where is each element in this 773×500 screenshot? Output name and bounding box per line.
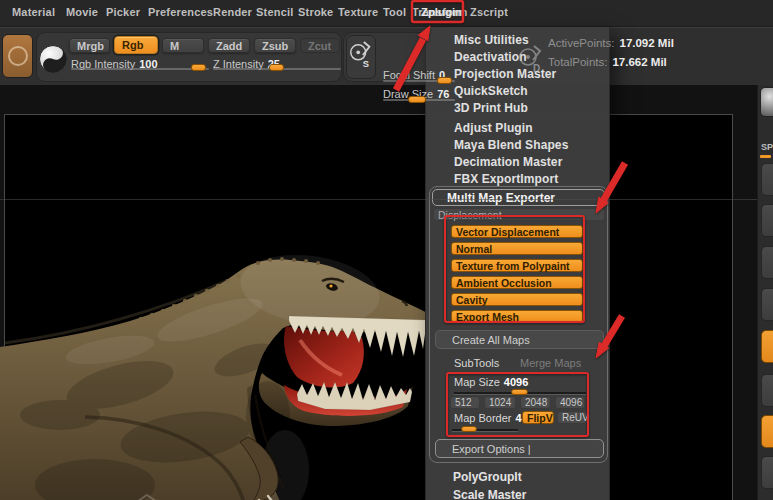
svg-text:S: S xyxy=(363,59,369,69)
zplugin-menu: Misc Utilities Deactivation Projection M… xyxy=(425,27,610,500)
menu-zplugin[interactable]: Zplugin xyxy=(421,6,462,18)
shelf-label: SP xyxy=(761,142,773,152)
mrgb-button[interactable]: Mrgb xyxy=(69,38,110,53)
shelf-button-1[interactable] xyxy=(761,163,773,196)
zsub-button[interactable]: Zsub xyxy=(254,38,296,53)
zbrush-window: SP Mrgb Rgb M Zadd Zsub Zcut Rgb Intensi… xyxy=(0,0,773,500)
menu-item-3d-print-hub[interactable]: 3D Print Hub xyxy=(426,100,609,117)
menu-picker[interactable]: Picker xyxy=(106,6,140,18)
size-1024-button[interactable]: 1024 xyxy=(484,396,516,409)
texture-from-polypaint-button[interactable]: Texture from Polypaint xyxy=(451,259,583,272)
right-shelf: SP xyxy=(757,85,773,500)
merge-maps-button[interactable]: Merge Maps xyxy=(520,357,581,369)
vector-displacement-button[interactable]: Vector Displacement xyxy=(451,225,583,238)
map-size-handle[interactable] xyxy=(511,389,528,395)
m-button[interactable]: M xyxy=(162,38,204,53)
svg-text:D: D xyxy=(533,63,540,74)
export-options-button[interactable]: Export Options | xyxy=(435,439,604,458)
shelf-button-8[interactable] xyxy=(761,456,773,489)
shelf-button-7[interactable] xyxy=(761,415,773,448)
rgb-intensity-handle[interactable] xyxy=(191,64,206,71)
menu-item-quicksketch[interactable]: QuickSketch xyxy=(426,83,609,100)
flipv-button[interactable]: FlipV xyxy=(522,411,554,424)
menu-zscript[interactable]: Zscript xyxy=(470,6,508,18)
menu-bar: Material Movie Picker Preferences Render… xyxy=(0,0,773,27)
reuv-button[interactable]: ReUV xyxy=(557,411,587,424)
z-intensity-handle[interactable] xyxy=(269,64,284,71)
material-sphere-icon[interactable] xyxy=(38,44,68,74)
menu-tool[interactable]: Tool xyxy=(383,6,406,18)
menu-material[interactable]: Material xyxy=(12,6,55,18)
multi-map-exporter-panel: Multi Map Exporter Displacement Vector D… xyxy=(429,186,608,463)
active-points: ActivePoints:17.092 Mil xyxy=(548,37,674,49)
menu-texture[interactable]: Texture xyxy=(338,6,378,18)
dynamic-draw-icon: D xyxy=(516,42,546,78)
menu-movie[interactable]: Movie xyxy=(66,6,98,18)
focal-shift-handle[interactable] xyxy=(437,77,452,84)
menu-item-scale-master[interactable]: Scale Master xyxy=(426,487,609,500)
map-border-slider[interactable]: Map Border4 xyxy=(454,412,522,424)
material-thumbnail[interactable] xyxy=(760,87,773,117)
size-512-button[interactable]: 512 xyxy=(450,396,480,409)
total-points: TotalPoints:17.662 Mil xyxy=(548,56,674,68)
menu-stroke[interactable]: Stroke xyxy=(298,6,333,18)
rgb-button[interactable]: Rgb xyxy=(114,36,158,54)
menu-item-maya-blend-shapes[interactable]: Maya Blend Shapes xyxy=(426,137,609,154)
map-border-handle[interactable] xyxy=(461,426,477,432)
menu-render[interactable]: Render xyxy=(213,6,252,18)
ambient-occlusion-button[interactable]: Ambient Occlusion xyxy=(451,276,583,289)
map-size-slider[interactable]: Map Size4096 xyxy=(454,376,528,388)
displacement-button[interactable]: Displacement xyxy=(433,208,605,221)
document-top-edge xyxy=(0,199,757,200)
shelf-button-6[interactable] xyxy=(761,374,773,407)
shelf-button-5[interactable] xyxy=(761,330,773,363)
point-stats: ActivePoints:17.092 Mil TotalPoints:17.6… xyxy=(548,37,674,68)
size-4096-button[interactable]: 4096 xyxy=(555,396,585,409)
viewport[interactable] xyxy=(0,85,773,500)
rgb-intensity-track[interactable] xyxy=(71,68,209,70)
size-2048-button[interactable]: 2048 xyxy=(520,396,551,409)
menu-item-decimation-master[interactable]: Decimation Master xyxy=(426,154,609,171)
dinosaur-model xyxy=(0,199,733,500)
menu-stencil[interactable]: Stencil xyxy=(256,6,293,18)
menu-item-polygroupit[interactable]: PolyGroupIt xyxy=(426,469,609,486)
material-swatch-icon[interactable] xyxy=(2,34,33,78)
export-mesh-button[interactable]: Export Mesh xyxy=(451,310,583,323)
shelf-button-3[interactable] xyxy=(761,246,773,279)
zcut-button[interactable]: Zcut xyxy=(300,38,340,53)
normal-button[interactable]: Normal xyxy=(451,242,583,255)
shelf-button-4[interactable] xyxy=(761,288,773,321)
subtools-button[interactable]: SubTools xyxy=(454,357,499,369)
multi-map-exporter-header[interactable]: Multi Map Exporter xyxy=(432,189,605,206)
draw-size-handle[interactable] xyxy=(408,96,426,103)
draw-size-icon[interactable]: S xyxy=(346,35,376,79)
shelf-slider-handle[interactable] xyxy=(760,155,771,158)
menu-item-adjust-plugin[interactable]: Adjust Plugin xyxy=(426,120,609,137)
menu-preferences[interactable]: Preferences xyxy=(148,6,213,18)
create-all-maps-button[interactable]: Create All Maps xyxy=(435,330,604,349)
watermark xyxy=(55,493,240,500)
zadd-button[interactable]: Zadd xyxy=(208,38,250,53)
cavity-button[interactable]: Cavity xyxy=(451,293,583,306)
shelf-button-2[interactable] xyxy=(761,204,773,237)
